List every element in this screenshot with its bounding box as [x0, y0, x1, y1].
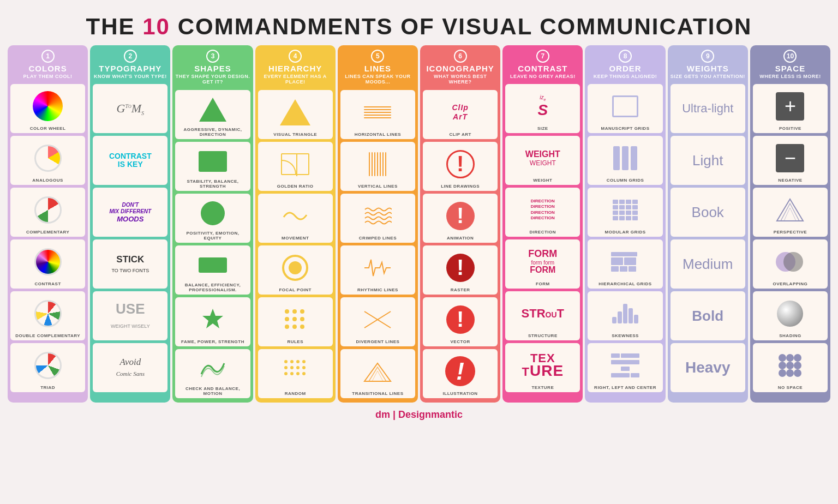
book-weight-text: Book [692, 204, 724, 221]
label-no-space: NO SPACE [778, 385, 803, 390]
svg-marker-7 [372, 371, 383, 381]
label-texture: TEXTURE [531, 385, 554, 390]
card-direction: DIRECTIONDIRECTIONDIRECTIONDIRECTION DIR… [505, 188, 580, 237]
card-triad: TRIAD [10, 343, 85, 392]
visual-stick: STICKTO TWO FONTS [95, 243, 165, 285]
ns-1 [779, 354, 786, 362]
col-title-order: ORDER [594, 64, 657, 74]
direction-text: DIRECTIONDIRECTIONDIRECTIONDIRECTION [531, 199, 555, 221]
skew-bar-2 [618, 311, 622, 323]
col-line-3 [631, 146, 637, 170]
visual-divergent-lines [343, 301, 413, 338]
column-iconography: 6 ICONOGRAPHY WHAT WORKS BEST WHERE? ClI… [420, 45, 500, 403]
card-crimped-lines: CRIMPED LINES [340, 194, 415, 243]
visual-texture: TEXTURE [507, 346, 578, 384]
card-shape-star: FAME, POWER, STRENGTH [175, 297, 250, 346]
visual-shape-star [177, 301, 248, 338]
col-title-iconography: ICONOGRAPHY [423, 64, 498, 74]
hier-row-2 [611, 257, 639, 265]
label-perspective-space: PERSPECTIVE [774, 230, 807, 235]
label-column-grids: COLUMN GRIDS [607, 178, 644, 183]
label-movement: MOVEMENT [282, 236, 309, 241]
visual-shape-rect [177, 145, 248, 178]
visual-right-left-center [590, 346, 660, 384]
label-raster: RASTER [451, 287, 470, 292]
visual-form: FORM form form FORM [507, 243, 578, 280]
card-use-weight: USEWEIGHT WISELY [93, 291, 167, 340]
column-shapes: 3 SHAPES THEY SHAPE YOUR DESIGN. GET IT?… [172, 45, 253, 403]
card-negative-space: − NEGATIVE [753, 136, 828, 185]
main-title: THE 10 COMMANDMENTS OF VISUAL COMMUNICAT… [5, 5, 833, 45]
modular-grids-visual [613, 200, 638, 220]
rdot-4 [285, 317, 289, 321]
heavy-weight-text: Heavy [685, 359, 731, 376]
rr-dot-2 [290, 360, 294, 363]
svg-marker-0 [202, 309, 223, 328]
rect2-shape [199, 257, 227, 273]
hierarchical-grids-visual [611, 252, 639, 272]
mc-13 [613, 216, 618, 220]
rl-block-3 [611, 360, 639, 364]
mc-12 [632, 211, 638, 215]
structure-text: STROUT [522, 308, 564, 320]
label-right-left-center: RIGHT, LEFT AND CENTER [594, 385, 656, 390]
hier-row-1 [611, 252, 639, 256]
card-clip-art: ClIpArT CLIP ART [423, 90, 498, 139]
column-space: 10 SPACE WHERE LESS IS MORE! + POSITIVE … [750, 45, 830, 403]
card-animation: ! ANIMATION [423, 194, 498, 243]
column-order: 8 ORDER KEEP THINGS ALIGNED! MANUSCRIPT … [585, 45, 665, 403]
h-line-1 [364, 106, 391, 107]
mc-10 [619, 211, 625, 215]
bold-weight-text: Bold [692, 308, 723, 325]
texture-text: TEXTURE [522, 353, 564, 377]
column-contrast: 7 CONTRAST LEAVE NO GREY AREAS! ize S SI… [502, 45, 583, 403]
label-line-drawings: LINE DRAWINGS [441, 184, 480, 189]
col-num-6: 6 [454, 50, 467, 63]
column-hierarchy: 4 HIERARCHY EVERY ELEMENT HAS A PLACE! V… [255, 45, 336, 403]
visual-heavy-weight: Heavy [673, 346, 743, 389]
col-num-5: 5 [371, 50, 384, 63]
rl-block-4 [621, 367, 630, 371]
card-color-wheel: COLOR WHEEL [10, 84, 85, 133]
focal-inner [289, 261, 302, 274]
h-line-3 [364, 112, 391, 113]
mc-14 [619, 216, 625, 220]
right-left-center-visual [611, 353, 639, 377]
card-hierarchical-grids: HIERARCHICAL GRIDS [588, 239, 662, 289]
column-colors: 1 COLORS PLAY THEM COOL! COLOR WHEEL ANA… [8, 45, 88, 403]
size-s-text: S [537, 103, 548, 118]
raster-excl-mark: ! [446, 254, 475, 282]
label-size: SIZE [537, 126, 548, 131]
ns-9 [794, 369, 801, 377]
card-focal-point: FOCAL POINT [258, 245, 333, 295]
column-grids-visual [613, 146, 637, 170]
crimped-lines-visual [363, 205, 392, 227]
hc-6 [628, 266, 636, 272]
svg-marker-5 [364, 363, 391, 381]
ns-8 [786, 369, 794, 377]
rdot-9 [300, 325, 304, 329]
random-dots-visual [283, 359, 308, 383]
svg-marker-8 [777, 199, 803, 221]
col-line-1 [613, 146, 620, 170]
visual-shape-triangle [177, 93, 248, 126]
avoid-comic-text: AvoidComic Sans [116, 357, 145, 379]
visual-perspective-space [755, 191, 825, 229]
label-negative-space: NEGATIVE [778, 178, 802, 183]
rl-block-6 [631, 373, 639, 377]
rr-dot-7 [296, 366, 300, 369]
card-manuscript-grids: MANUSCRIPT GRIDS [588, 84, 662, 133]
label-positive-space: POSITIVE [779, 126, 801, 131]
hc-5 [620, 266, 627, 272]
label-illustration: ILLUSTRATION [443, 391, 478, 396]
visual-horizontal-lines [343, 93, 413, 131]
svg-line-1 [378, 311, 391, 320]
visual-weight-contrast: WEIGHT WEIGHT [507, 139, 578, 177]
plus-sign-icon: + [776, 92, 804, 121]
card-line-drawings: ! LINE DRAWINGS [423, 142, 498, 191]
ns-3 [794, 354, 801, 362]
col-num-7: 7 [536, 50, 549, 63]
visual-movement [260, 197, 331, 235]
mc-6 [619, 205, 625, 209]
v-line-3 [374, 152, 375, 176]
